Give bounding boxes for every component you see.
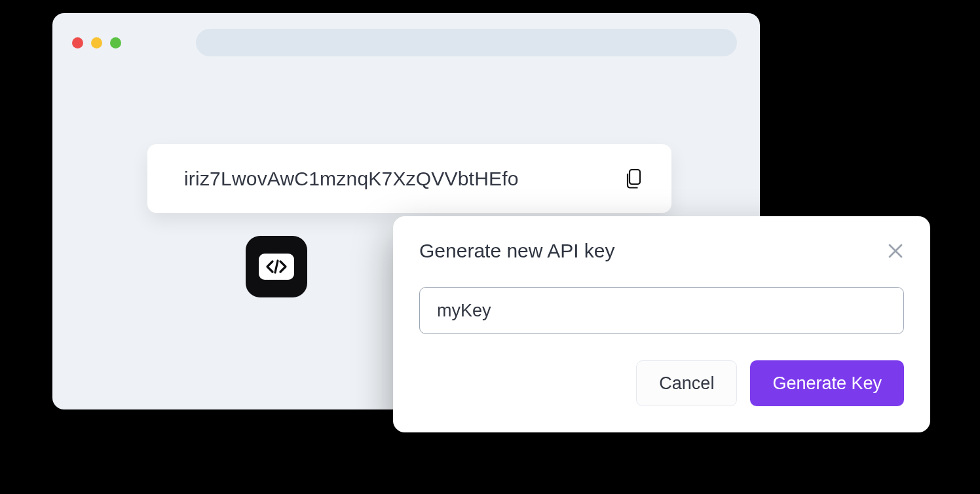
code-icon [259,254,294,280]
copy-icon [624,168,643,189]
svg-line-1 [275,261,278,273]
api-key-card: iriz7LwovAwC1mznqK7XzQVVbtHEfo [147,144,671,213]
close-button[interactable] [887,242,904,259]
traffic-lights [72,37,121,48]
generate-key-button[interactable]: Generate Key [750,360,904,406]
modal-title: Generate new API key [419,240,615,262]
close-icon [887,242,904,259]
url-bar[interactable] [196,29,737,56]
generate-api-key-modal: Generate new API key Cancel Generate Key [393,216,930,432]
code-badge [246,236,307,297]
api-key-value: iriz7LwovAwC1mznqK7XzQVVbtHEfo [184,168,519,190]
cancel-button[interactable]: Cancel [636,360,737,406]
titlebar [52,13,760,72]
minimize-window-button[interactable] [91,37,102,48]
close-window-button[interactable] [72,37,83,48]
modal-actions: Cancel Generate Key [419,360,904,406]
maximize-window-button[interactable] [110,37,121,48]
copy-button[interactable] [622,167,645,191]
modal-header: Generate new API key [419,240,904,262]
svg-rect-0 [630,170,640,184]
api-key-name-input[interactable] [419,287,904,334]
